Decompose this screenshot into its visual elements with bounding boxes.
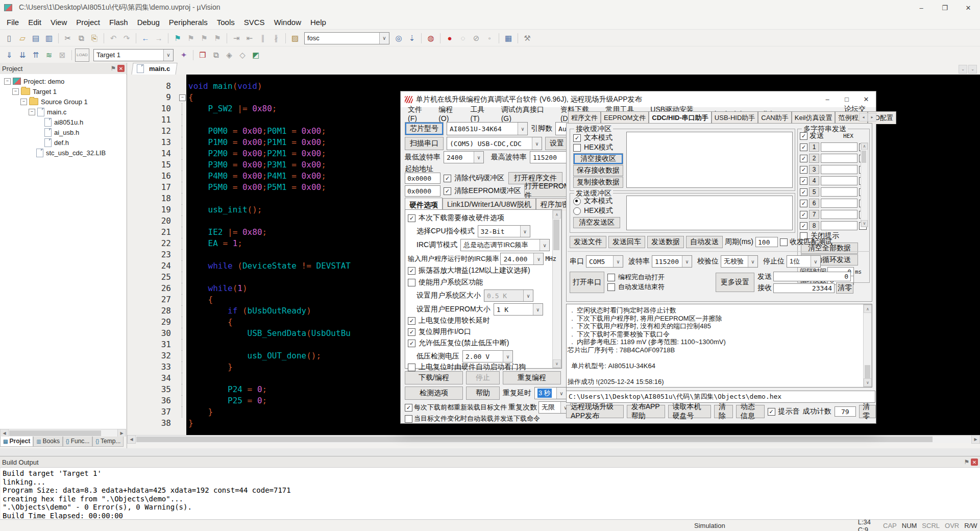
tab-menu-icon[interactable]: ⌄ [968,65,977,74]
fold-column[interactable]: − [178,75,186,435]
scroll-left-icon[interactable]: ◀ [127,435,136,444]
menu-help[interactable]: Help [306,16,331,29]
receive-textarea[interactable] [626,132,793,188]
clear-bookmarks-icon[interactable]: ⚑ [211,32,224,44]
multi-row-checkbox[interactable]: ✓ [800,143,807,151]
indent-icon[interactable]: ⇥ [230,32,242,44]
expand-icon[interactable]: − [29,109,35,115]
parity-combobox[interactable]: 无校验∨ [721,255,758,268]
menu-window[interactable]: Window [270,16,306,29]
rebuild-icon[interactable]: ⇈ [30,49,42,61]
build-output-text[interactable]: Build target 'Target 1'linking...Program… [1,467,980,521]
windows-icon[interactable]: ▦ [502,32,514,44]
lint-icon[interactable]: ◍ [425,32,437,44]
scroll-up-icon[interactable]: ∧ [553,210,561,219]
batch-build-icon[interactable]: ≋ [43,49,55,61]
multi-row-input[interactable] [821,221,857,230]
reload-checkbox[interactable]: ✓ [405,404,412,412]
repeat-program-button[interactable]: 重复编程 [503,371,561,384]
project-tree[interactable]: −Project: demo−Target 1−Source Group 1−m… [0,74,126,431]
tree-item-stc-usb-cdc-32-lib[interactable]: stc_usb_cdc_32.LIB [0,148,126,158]
multi-row-checkbox[interactable]: ✓ [800,177,807,185]
tab-right-icon[interactable]: ▸ [868,113,876,122]
dialog-menu-item[interactable]: 工具(T) [467,104,497,124]
send-file-button[interactable]: 发送文件 [570,236,606,248]
menu-file[interactable]: File [2,16,23,29]
tab-left-icon[interactable]: ◂ [859,113,868,122]
dialog-menu-item[interactable]: 文件(F) [404,104,434,124]
expand-icon[interactable]: − [20,99,27,105]
reset-count-button[interactable]: 清零 [859,405,876,418]
scan-port-button[interactable]: 扫描串口 [405,137,444,150]
multi-send-all-checkbox[interactable]: ✓ [800,132,807,140]
irc-freq-combobox[interactable]: 24.000∨ [500,253,544,265]
close-button[interactable]: ✕ [957,0,980,15]
save-receive-button[interactable]: 保存接收数据 [573,165,623,176]
clear-send-button[interactable]: 清空发送区 [573,217,620,228]
save-all-icon[interactable]: ▥ [43,32,55,44]
tree-item-target-1[interactable]: −Target 1 [0,86,126,96]
target-select-combobox[interactable]: Target 1∨ [93,49,174,61]
watchdog-checkbox[interactable] [408,364,415,371]
clear-log-button[interactable]: 清除 [714,405,733,418]
copy-receive-button[interactable]: 复制接收数据 [573,177,623,188]
translate-icon[interactable]: ⇓ [3,49,15,61]
scroll-thumb[interactable] [136,437,933,442]
multi-row-checkbox[interactable]: ✓ [800,155,807,162]
menu-project[interactable]: Project [71,16,105,29]
debug-session-icon[interactable]: ◈ [223,49,235,61]
new-file-icon[interactable]: ▯ [3,32,15,44]
hw-vscrollbar[interactable]: ∧ ∨ [552,210,561,368]
menu-peripherals[interactable]: Peripherals [164,16,212,29]
find-next-icon[interactable]: ⇣ [406,32,418,44]
tab-main-c[interactable]: main.c [131,63,177,75]
open-file-icon[interactable]: ▱ [16,32,29,44]
clear-counters-button[interactable]: 清零 [836,282,853,294]
assistant-tab-2[interactable]: CDC/HID-串口助手 [649,111,712,124]
multi-row-input[interactable] [821,154,857,163]
multi-vscrollbar[interactable]: ∧ ∨ [861,142,868,227]
serial-port-combobox[interactable]: (COM5) USB-CDC,CDC∨ [447,137,542,150]
multi-row-input[interactable] [821,165,857,174]
cut-icon[interactable]: ✂ [62,32,74,44]
multi-row-checkbox[interactable]: ✓ [800,222,807,230]
menu-view[interactable]: View [46,16,71,29]
lvr-checkbox[interactable]: ✓ [408,340,415,347]
assistant-tab-3[interactable]: USB-HID助手 [712,111,758,124]
more-settings-button[interactable]: 更多设置 [716,273,754,292]
cpu-mode-combobox[interactable]: 32-Bit∨ [478,225,530,237]
panel-tab-project[interactable]: ▤Project [0,437,33,447]
uncomment-icon[interactable]: ∦ [270,32,282,44]
multi-row-button[interactable]: 2 [809,154,819,163]
multi-row-button[interactable]: 3 [809,165,819,174]
multi-row-button[interactable]: 1 [809,142,819,152]
user-sys-checkbox[interactable] [408,279,415,286]
multi-row-button[interactable]: 8 [809,221,819,230]
multi-row-input[interactable] [821,199,857,208]
scroll-down-icon[interactable]: ∨ [553,359,561,368]
multi-row-checkbox[interactable]: ✓ [800,211,807,219]
check-options-button[interactable]: 检测选项 [405,387,463,400]
scroll-up-icon[interactable]: ∧ [864,305,872,313]
min-baud-combobox[interactable]: 2400∨ [444,151,484,163]
port-settings-button[interactable]: 设置 [545,137,569,150]
paste-icon[interactable]: ⎘ [88,32,101,44]
outdent-icon[interactable]: ⇤ [243,32,256,44]
recv-text-mode-checkbox[interactable]: ✓ [573,134,581,142]
multi-row-input[interactable] [821,210,857,219]
close-panel-icon[interactable]: ✕ [971,458,978,466]
chevron-down-icon[interactable]: ∨ [163,50,173,61]
scroll-right-icon[interactable]: ▶ [971,435,980,444]
tab-list-icon[interactable]: ⌄ [959,65,967,74]
repeat-delay-combobox[interactable]: 3 秒∨ [534,387,567,399]
multi-row-button[interactable]: 4 [809,176,819,185]
tree-item-ai8051u-h[interactable]: ai8051u.h [0,117,126,127]
lvd-combobox[interactable]: 2.00 V∨ [462,350,513,363]
multi-row-button[interactable]: 7 [809,210,819,219]
close-panel-icon[interactable]: ✕ [117,65,125,72]
project-hscrollbar[interactable]: ◀ ▶ [0,429,126,437]
multi-row-checkbox[interactable]: ✓ [800,166,807,174]
maximize-button[interactable]: ❐ [933,0,957,15]
manage-layers-icon[interactable]: ⧉ [210,49,222,61]
menu-tools[interactable]: Tools [212,16,239,29]
